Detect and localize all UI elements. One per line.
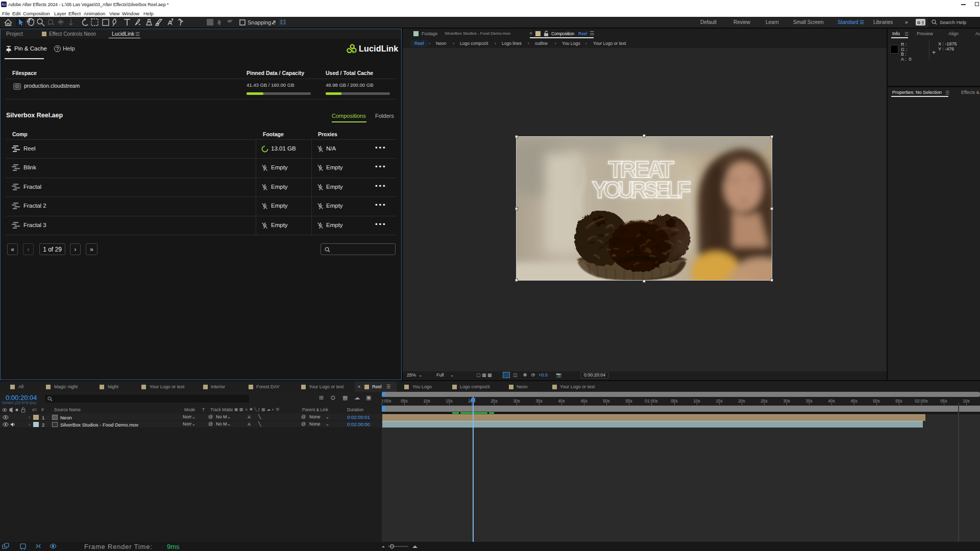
svg-text:YOURSELF: YOURSELF [592, 177, 693, 203]
svg-text:Snapping: Snapping [248, 19, 272, 26]
